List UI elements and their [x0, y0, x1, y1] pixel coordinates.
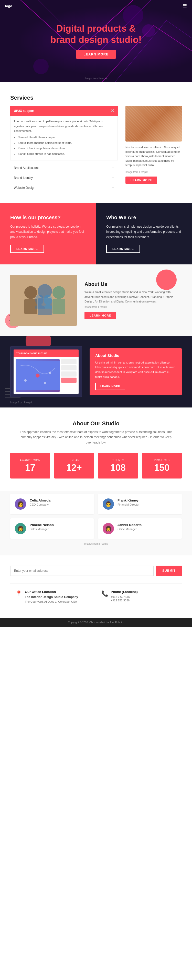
- team-member-role-3: Office Manager: [117, 528, 142, 531]
- svg-rect-9: [24, 299, 37, 314]
- about-us-content: About Us We're a small creative design s…: [0, 264, 192, 336]
- footer-text: Copyright © 2020. Click to select the fo…: [10, 621, 182, 624]
- services-learn-more-button[interactable]: LEARN MORE: [125, 177, 157, 184]
- team-member-role-0: CEO Company: [30, 503, 50, 506]
- expand-icon: +: [112, 186, 114, 190]
- mockup-header: YOUR IDEA IS OUR FUTURE: [14, 350, 78, 357]
- how-process-col: How is our process? Our process is holis…: [0, 203, 96, 264]
- svg-point-1: [142, 24, 155, 37]
- mockup-map: [16, 359, 60, 392]
- team-member-name-2: Phoebe Nelson: [30, 523, 54, 527]
- studio-learn-more-button[interactable]: LEARN MORE: [95, 383, 125, 390]
- svg-point-20: [24, 379, 27, 382]
- hero-learn-more-button[interactable]: LEARN MORE: [76, 50, 115, 59]
- team-member-role-1: Financial Director: [117, 503, 139, 506]
- phone-number-2: +912 252 3336: [111, 599, 138, 602]
- team-section: 👩 Celia Almeda CEO Company 👨 Frank Kinne…: [0, 491, 192, 555]
- hero-image-credit: Image from Freepik: [0, 77, 192, 80]
- team-image-credit: Images from Freepik: [10, 542, 182, 545]
- contact-section: SUBMIT 📍 Our Office Location The Interio…: [0, 555, 192, 618]
- team-card-0: 👩 Celia Almeda CEO Company: [10, 494, 94, 514]
- services-right: Nisi lacus sed viverra tellus in. Nunc a…: [125, 106, 182, 193]
- hero-title: Digital products & brand design studio!: [50, 23, 142, 45]
- hamburger-icon[interactable]: ☰: [183, 3, 187, 9]
- svg-point-22: [44, 382, 46, 384]
- team-card-1: 👨 Frank Kinney Financial Director: [98, 494, 182, 514]
- stat-card-clients: CLIENTS 108: [98, 453, 138, 479]
- hero-section: logo ☰ Digital products & brand design s…: [0, 0, 192, 82]
- service-item-brand-apps[interactable]: Brand Applications +: [10, 163, 118, 173]
- how-process-title: How is our process?: [10, 215, 86, 221]
- team-member-name-3: Jannis Roberts: [117, 523, 142, 527]
- logo: logo: [5, 4, 12, 8]
- about-us-image: [10, 275, 77, 326]
- stats-grid: AWARDS WON 17 UP YEARS 12+ CLIENTS 108 P…: [10, 453, 182, 479]
- about-studio-section: YOUR IDEA IS OUR FUTURE: [0, 336, 192, 407]
- service-accordion: UI/UX support ✕ Interdum velit euismod i…: [10, 106, 118, 161]
- svg-point-10: [38, 284, 52, 298]
- footer: Copyright © 2020. Click to select the fo…: [0, 618, 192, 627]
- hero-content: Digital products & brand design studio! …: [50, 23, 142, 59]
- contact-form: SUBMIT: [10, 566, 182, 576]
- accordion-header[interactable]: UI/UX support ✕: [10, 106, 118, 116]
- svg-point-19: [35, 374, 39, 377]
- services-title: Services: [10, 94, 182, 101]
- team-card-2: 👩 Phoebe Nelson Sales Manager: [10, 519, 94, 539]
- office-company: The Interior Design Studio Company: [25, 595, 78, 599]
- service-item-brand-identity[interactable]: Brand Identity +: [10, 173, 118, 183]
- about-us-text: About Us We're a small creative design s…: [85, 281, 182, 319]
- studio-card: About Studio Ut enim ad minim veniam, qu…: [90, 348, 182, 396]
- services-section: Services UI/UX support ✕ Interdum velit …: [0, 82, 192, 203]
- phone-icon: 📞: [101, 590, 108, 597]
- team-avatar-3: 👩: [102, 523, 114, 534]
- nav-bar: logo ☰: [0, 3, 192, 9]
- stat-card-years: UP YEARS 12+: [54, 453, 94, 479]
- stat-card-awards: AWARDS WON 17: [10, 453, 50, 479]
- expand-icon: +: [112, 175, 114, 180]
- svg-rect-7: [10, 275, 77, 326]
- phone-title: Phone (Landline): [111, 590, 138, 594]
- accordion-body: Interdum velit euismod in pellentesque m…: [10, 116, 118, 161]
- office-title: Our Office Location: [25, 590, 78, 594]
- svg-rect-11: [38, 298, 52, 315]
- team-grid: 👩 Celia Almeda CEO Company 👨 Frank Kinne…: [10, 494, 182, 539]
- svg-point-21: [49, 372, 51, 374]
- studio-image-credit: Image from Freepik: [10, 401, 32, 404]
- who-we-are-col: Who We Are Our mission is simple: use de…: [96, 203, 192, 264]
- about-us-learn-more-button[interactable]: LEARN MORE: [85, 312, 116, 319]
- studio-card-title: About Studio: [95, 353, 176, 358]
- svg-point-8: [24, 286, 37, 299]
- stats-section: About Our Studio This approach enables t…: [0, 407, 192, 491]
- contact-office-col: 📍 Our Office Location The Interior Desig…: [10, 584, 96, 610]
- contact-phone-col: 📞 Phone (Landline) +912 7 60 4987 +912 2…: [96, 584, 182, 610]
- svg-point-2: [33, 59, 49, 74]
- submit-button[interactable]: SUBMIT: [156, 566, 182, 576]
- expand-icon: +: [112, 165, 114, 170]
- team-member-role-2: Sales Manager: [30, 528, 54, 531]
- about-us-section: About Us We're a small creative design s…: [0, 264, 192, 336]
- phone-number-1: +912 7 60 4987: [111, 595, 138, 598]
- contact-bottom: 📍 Our Office Location The Interior Desig…: [10, 584, 182, 610]
- studio-mockup: YOUR IDEA IS OUR FUTURE: [10, 346, 82, 397]
- who-we-are-title: Who We Are: [106, 215, 182, 221]
- team-avatar-1: 👨: [102, 498, 114, 510]
- team-avatar-0: 👩: [15, 498, 26, 510]
- svg-rect-13: [53, 299, 65, 314]
- service-item-website[interactable]: Website Design +: [10, 183, 118, 193]
- team-member-name-1: Frank Kinney: [117, 498, 139, 502]
- services-image: [125, 106, 182, 142]
- location-pin-icon: 📍: [15, 590, 22, 597]
- who-we-are-learn-more-button[interactable]: LEARN MORE: [106, 245, 140, 253]
- team-member-name-0: Celia Almeda: [30, 498, 50, 502]
- services-left: UI/UX support ✕ Interdum velit euismod i…: [10, 106, 118, 193]
- team-avatar-2: 👩: [15, 523, 26, 534]
- team-card-3: 👩 Jannis Roberts Office Manager: [98, 519, 182, 539]
- process-whoweare-section: How is our process? Our process is holis…: [0, 203, 192, 264]
- how-process-learn-more-button[interactable]: LEARN MORE: [10, 245, 44, 253]
- accordion-close-icon: ✕: [111, 108, 114, 113]
- stats-title: About Our Studio: [10, 420, 182, 427]
- stat-card-projects: PROJECTS 150: [142, 453, 182, 479]
- about-us-title: About Us: [85, 281, 182, 287]
- office-address: The Courtyard, Al Quoz 1, Colorado, USA: [25, 600, 78, 604]
- email-input[interactable]: [10, 566, 154, 576]
